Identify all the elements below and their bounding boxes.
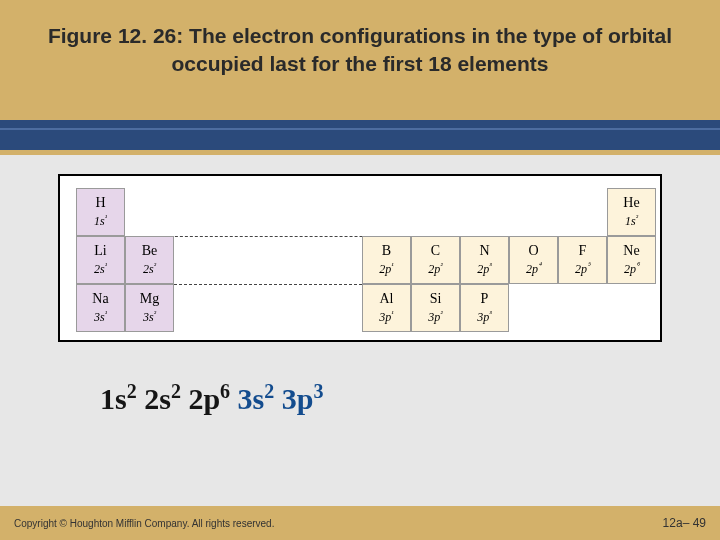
decorative-stripe — [0, 120, 720, 150]
element-cell-n: N2p³ — [460, 236, 509, 284]
periodic-table-figure: H1s¹He1s²Li2s¹Be2s²B2p¹C2p²N2p³O2p⁴F2p⁵N… — [58, 174, 662, 342]
electron-configuration-line: 1s2 2s2 2p6 3s2 3p3 — [100, 380, 323, 416]
element-symbol: Na — [92, 291, 108, 307]
dashed-separator — [174, 284, 362, 285]
element-config: 2p¹ — [379, 261, 393, 277]
element-cell-mg: Mg3s² — [125, 284, 174, 332]
slide: Figure 12. 26: The electron configuratio… — [0, 0, 720, 540]
copyright-text: Copyright © Houghton Mifflin Company. Al… — [14, 518, 274, 529]
element-cell-c: C2p² — [411, 236, 460, 284]
element-symbol: C — [431, 243, 440, 259]
title-wrap: Figure 12. 26: The electron configuratio… — [0, 0, 720, 79]
footer-bar: Copyright © Houghton Mifflin Company. Al… — [0, 506, 720, 540]
element-config: 2p⁵ — [575, 261, 590, 277]
element-cell-si: Si3p² — [411, 284, 460, 332]
slide-number: 12a– 49 — [663, 516, 706, 530]
config-valence: 3s2 3p3 — [238, 382, 324, 415]
element-config: 1s¹ — [94, 213, 107, 229]
element-config: 2p² — [428, 261, 442, 277]
element-symbol: Be — [142, 243, 158, 259]
element-cell-p: P3p³ — [460, 284, 509, 332]
element-cell-b: B2p¹ — [362, 236, 411, 284]
element-cell-he: He1s² — [607, 188, 656, 236]
element-config: 2p³ — [477, 261, 491, 277]
element-cell-na: Na3s¹ — [76, 284, 125, 332]
element-cell-h: H1s¹ — [76, 188, 125, 236]
element-symbol: F — [579, 243, 587, 259]
element-config: 1s² — [625, 213, 638, 229]
element-symbol: He — [623, 195, 639, 211]
element-cell-al: Al3p¹ — [362, 284, 411, 332]
element-cell-f: F2p⁵ — [558, 236, 607, 284]
element-cell-be: Be2s² — [125, 236, 174, 284]
element-config: 3s² — [143, 309, 156, 325]
element-config: 2p⁴ — [526, 261, 541, 277]
element-symbol: Mg — [140, 291, 159, 307]
element-cell-li: Li2s¹ — [76, 236, 125, 284]
element-config: 3s¹ — [94, 309, 107, 325]
element-config: 3p² — [428, 309, 442, 325]
element-config: 2s² — [143, 261, 156, 277]
element-symbol: Si — [430, 291, 442, 307]
element-symbol: Li — [94, 243, 106, 259]
element-cell-o: O2p⁴ — [509, 236, 558, 284]
element-config: 3p³ — [477, 309, 491, 325]
element-symbol: O — [528, 243, 538, 259]
element-cell-ne: Ne2p⁶ — [607, 236, 656, 284]
config-core: 1s2 2s2 2p6 — [100, 382, 238, 415]
element-config: 2p⁶ — [624, 261, 639, 277]
element-symbol: B — [382, 243, 391, 259]
element-symbol: H — [95, 195, 105, 211]
element-config: 3p¹ — [379, 309, 393, 325]
element-config: 2s¹ — [94, 261, 107, 277]
element-symbol: P — [481, 291, 489, 307]
element-symbol: Al — [380, 291, 394, 307]
element-symbol: N — [479, 243, 489, 259]
element-symbol: Ne — [623, 243, 639, 259]
element-grid: H1s¹He1s²Li2s¹Be2s²B2p¹C2p²N2p³O2p⁴F2p⁵N… — [60, 176, 660, 340]
slide-title: Figure 12. 26: The electron configuratio… — [36, 22, 684, 79]
